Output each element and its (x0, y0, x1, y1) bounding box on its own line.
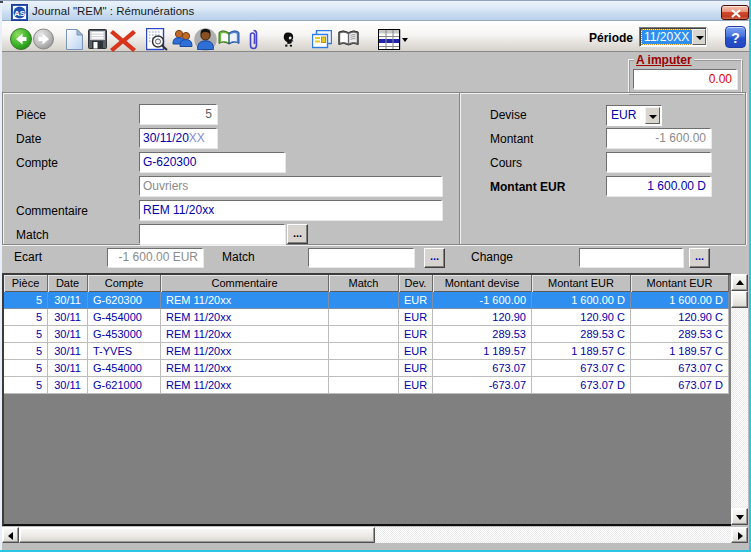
svg-text:AS: AS (14, 9, 26, 18)
